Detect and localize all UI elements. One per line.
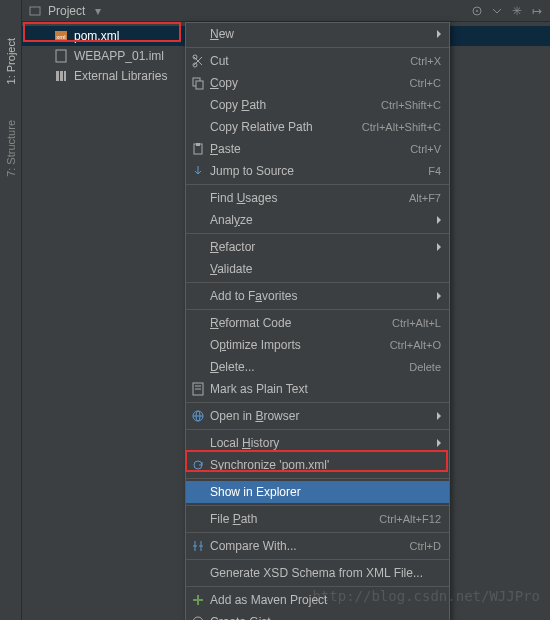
menu-item-label: Copy [210,76,410,90]
menu-separator [186,184,449,185]
highlight-show-in-explorer [185,450,448,472]
file-icon [54,49,68,63]
menu-separator [186,282,449,283]
menu-shortcut: Ctrl+Alt+F12 [379,513,441,525]
panel-title: Project [48,4,85,18]
menu-shortcut: Ctrl+Alt+Shift+C [362,121,441,133]
menu-item-label: Validate [210,262,441,276]
menu-shortcut: Ctrl+D [410,540,441,552]
menu-add-as-maven-project[interactable]: Add as Maven Project [186,589,449,611]
menu-item-label: New [210,27,433,41]
text-icon [190,381,206,397]
menu-copy[interactable]: CopyCtrl+C [186,72,449,94]
menu-separator [186,402,449,403]
context-menu: NewCutCtrl+XCopyCtrl+CCopy PathCtrl+Shif… [185,22,450,620]
menu-item-label: Find Usages [210,191,409,205]
menu-shortcut: Delete [409,361,441,373]
target-icon[interactable] [470,4,484,18]
menu-item-label: Compare With... [210,539,410,553]
menu-item-label: Local History [210,436,433,450]
menu-separator [186,47,449,48]
menu-paste[interactable]: PasteCtrl+V [186,138,449,160]
menu-open-in-browser[interactable]: Open in Browser [186,405,449,427]
copy-icon [190,75,206,91]
lib-icon [54,69,68,83]
project-panel-header: Project ▾ ✳ ↦ [22,0,550,22]
svg-rect-5 [56,50,66,62]
menu-shortcut: Ctrl+V [410,143,441,155]
menu-compare-with[interactable]: Compare With...Ctrl+D [186,535,449,557]
menu-separator [186,233,449,234]
menu-copy-relative-path[interactable]: Copy Relative PathCtrl+Alt+Shift+C [186,116,449,138]
hide-icon[interactable]: ↦ [530,4,544,18]
svg-point-2 [476,10,478,12]
menu-item-label: Mark as Plain Text [210,382,441,396]
svg-rect-12 [196,81,203,89]
svg-rect-0 [30,7,40,15]
compare-icon [190,538,206,554]
menu-shortcut: Ctrl+X [410,55,441,67]
menu-jump-to-source[interactable]: Jump to SourceF4 [186,160,449,182]
menu-add-to-favorites[interactable]: Add to Favorites [186,285,449,307]
globe-icon [190,408,206,424]
menu-item-label: Show in Explorer [210,485,441,499]
tab-project[interactable]: 1: Project [3,30,19,92]
gist-icon [190,614,206,620]
highlight-pom [23,22,181,42]
menu-shortcut: Ctrl+Shift+C [381,99,441,111]
submenu-arrow-icon [437,216,441,224]
menu-find-usages[interactable]: Find UsagesAlt+F7 [186,187,449,209]
menu-shortcut: Ctrl+Alt+L [392,317,441,329]
menu-separator [186,429,449,430]
gear-icon[interactable]: ✳ [510,4,524,18]
menu-item-label: Add as Maven Project [210,593,441,607]
panel-icon [28,4,42,18]
menu-item-label: Cut [210,54,410,68]
menu-show-in-explorer[interactable]: Show in Explorer [186,481,449,503]
menu-new[interactable]: New [186,23,449,45]
svg-rect-6 [56,71,59,81]
menu-delete[interactable]: Delete...Delete [186,356,449,378]
menu-separator [186,505,449,506]
menu-refactor[interactable]: Refactor [186,236,449,258]
menu-mark-as-plain-text[interactable]: Mark as Plain Text [186,378,449,400]
menu-create-gist[interactable]: Create Gist... [186,611,449,620]
menu-cut[interactable]: CutCtrl+X [186,50,449,72]
svg-rect-14 [196,143,200,146]
menu-item-label: Analyze [210,213,433,227]
menu-separator [186,559,449,560]
paste-icon [190,141,206,157]
svg-rect-7 [60,71,63,81]
menu-validate[interactable]: Validate [186,258,449,280]
menu-item-label: Create Gist... [210,615,441,620]
chevron-down-icon[interactable]: ▾ [91,4,105,18]
menu-separator [186,532,449,533]
menu-item-label: File Path [210,512,379,526]
menu-item-label: Add to Favorites [210,289,433,303]
menu-shortcut: Alt+F7 [409,192,441,204]
menu-item-label: Reformat Code [210,316,392,330]
menu-item-label: Copy Relative Path [210,120,362,134]
menu-analyze[interactable]: Analyze [186,209,449,231]
submenu-arrow-icon [437,292,441,300]
cut-icon [190,53,206,69]
menu-reformat-code[interactable]: Reformat CodeCtrl+Alt+L [186,312,449,334]
tree-item-label: External Libraries [74,69,167,83]
collapse-icon[interactable] [490,4,504,18]
menu-file-path[interactable]: File PathCtrl+Alt+F12 [186,508,449,530]
tab-structure[interactable]: 7: Structure [3,112,19,185]
submenu-arrow-icon [437,439,441,447]
menu-optimize-imports[interactable]: Optimize ImportsCtrl+Alt+O [186,334,449,356]
menu-item-label: Copy Path [210,98,381,112]
tool-window-tabs: 1: Project 7: Structure [0,0,22,620]
menu-copy-path[interactable]: Copy PathCtrl+Shift+C [186,94,449,116]
jump-icon [190,163,206,179]
plus-icon [190,592,206,608]
menu-generate-xsd-schema-from-xml-file[interactable]: Generate XSD Schema from XML File... [186,562,449,584]
menu-item-label: Delete... [210,360,409,374]
menu-shortcut: F4 [428,165,441,177]
menu-shortcut: Ctrl+C [410,77,441,89]
menu-item-label: Paste [210,142,410,156]
menu-item-label: Open in Browser [210,409,433,423]
menu-separator [186,478,449,479]
